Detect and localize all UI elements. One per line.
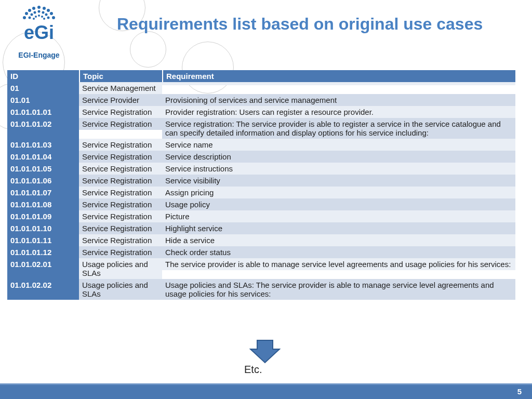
svg-point-19 — [33, 18, 35, 20]
table-row: 01.01.01.08Service RegistrationUsage pol… — [7, 198, 515, 210]
table-row: 01.01.01.12Service RegistrationCheck ord… — [7, 246, 515, 258]
svg-point-18 — [41, 16, 43, 18]
cell-id: 01 — [7, 82, 79, 94]
cell-topic: Service Registration — [79, 175, 162, 187]
cell-id: 01.01.01.04 — [7, 151, 79, 163]
etc-label: Etc. — [244, 364, 262, 376]
cell-topic: Service Provider — [79, 94, 162, 106]
cell-id: 01.01.01.06 — [7, 175, 79, 187]
cell-topic: Usage policies and SLAs — [79, 279, 162, 300]
svg-point-12 — [31, 14, 33, 16]
cell-id: 01.01.01.10 — [7, 222, 79, 234]
cell-req: Service name — [162, 139, 515, 151]
header-topic: Topic — [79, 70, 162, 82]
svg-point-3 — [28, 9, 31, 12]
cell-id: 01.01.01.07 — [7, 187, 79, 198]
svg-point-9 — [38, 10, 41, 13]
egi-logo: eGi EGI-Engage — [5, 0, 73, 59]
cell-req: Picture — [162, 210, 515, 222]
svg-point-15 — [47, 17, 50, 19]
cell-req: Usage policy — [162, 198, 515, 210]
cell-topic: Usage policies and SLAs — [79, 258, 162, 279]
cell-req: Hide a service — [162, 234, 515, 246]
cell-req: Service registration: The service provid… — [162, 118, 515, 139]
cell-req: Service visibility — [162, 175, 515, 187]
table-row: 01.01.01.05Service RegistrationService i… — [7, 163, 515, 175]
cell-req: Usage policies and SLAs: The service pro… — [162, 279, 515, 300]
table-row: 01.01.01.01Service RegistrationProvider … — [7, 106, 515, 118]
header-id: ID — [7, 70, 79, 82]
cell-req — [162, 82, 515, 85]
cell-id: 01.01.01.05 — [7, 163, 79, 175]
cell-id: 01.01.01.01 — [7, 106, 79, 118]
cell-topic: Service Registration — [79, 210, 162, 222]
cell-req: Highlight service — [162, 222, 515, 234]
svg-point-20 — [43, 18, 45, 20]
svg-point-8 — [52, 16, 55, 19]
cell-topic: Service Registration — [79, 118, 162, 130]
table-row: 01.01.01.03Service RegistrationService n… — [7, 139, 515, 151]
table-row: 01.01Service ProviderProvisioning of ser… — [7, 94, 515, 106]
footer-bar: 5 — [0, 383, 532, 399]
requirements-table: ID Topic Requirement 01Service Managemen… — [7, 70, 515, 300]
svg-point-6 — [50, 12, 53, 15]
cell-req: Service instructions — [162, 163, 515, 175]
table-row: 01.01.01.10Service RegistrationHighlight… — [7, 222, 515, 234]
bg-circle — [130, 31, 166, 68]
cell-topic: Service Registration — [79, 139, 162, 151]
svg-marker-22 — [250, 340, 280, 363]
table-row: 01.01.02.01Usage policies and SLAsThe se… — [7, 258, 515, 279]
cell-req: Check order status — [162, 246, 515, 258]
cell-id: 01.01.01.12 — [7, 246, 79, 258]
table-row: 01.01.02.02Usage policies and SLAsUsage … — [7, 279, 515, 300]
table-row: 01.01.01.11Service RegistrationHide a se… — [7, 234, 515, 246]
svg-point-17 — [35, 16, 37, 18]
cell-req: Provisioning of services and service man… — [162, 94, 515, 106]
cell-id: 01.01.01.02 — [7, 118, 79, 139]
cell-topic: Service Registration — [79, 151, 162, 163]
svg-point-2 — [43, 7, 46, 10]
svg-point-10 — [34, 11, 36, 14]
svg-point-16 — [38, 15, 40, 17]
egi-logo-icon: eGi — [8, 0, 70, 52]
cell-topic: Service Registration — [79, 246, 162, 258]
cell-topic: Service Registration — [79, 163, 162, 175]
svg-point-13 — [45, 14, 48, 16]
table-row: 01.01.01.07Service RegistrationAssign pr… — [7, 187, 515, 198]
logo-subtitle: EGI-Engage — [5, 51, 73, 59]
cell-id: 01.01.01.09 — [7, 210, 79, 222]
cell-id: 01.01 — [7, 94, 79, 106]
svg-point-1 — [32, 7, 35, 10]
cell-topic: Service Registration — [79, 198, 162, 210]
cell-topic: Service Registration — [79, 106, 162, 118]
cell-req: Provider registration: Users can registe… — [162, 106, 515, 118]
table-row: 01.01.01.02Service RegistrationService r… — [7, 118, 515, 139]
header-req: Requirement — [162, 70, 515, 82]
svg-point-0 — [37, 6, 41, 9]
cell-id: 01.01.01.11 — [7, 234, 79, 246]
down-arrow-icon — [249, 338, 281, 364]
svg-point-4 — [47, 9, 50, 12]
cell-req: Assign pricing — [162, 187, 515, 198]
table-header-row: ID Topic Requirement — [7, 70, 515, 82]
cell-topic: Service Registration — [79, 234, 162, 246]
table-row: 01.01.01.04Service RegistrationService d… — [7, 151, 515, 163]
page-title: Requirements list based on original use … — [117, 15, 483, 34]
cell-id: 01.01.02.01 — [7, 258, 79, 279]
svg-text:eGi: eGi — [24, 22, 54, 43]
cell-id: 01.01.01.03 — [7, 139, 79, 151]
svg-point-7 — [23, 16, 26, 19]
cell-id: 01.01.02.02 — [7, 279, 79, 300]
cell-req: The service provider is able to manage s… — [162, 258, 515, 270]
cell-req: Service description — [162, 151, 515, 163]
svg-point-5 — [25, 12, 28, 15]
cell-topic: Service Registration — [79, 222, 162, 234]
cell-topic: Service Management — [79, 82, 162, 94]
svg-point-11 — [42, 11, 45, 14]
table-row: 01Service Management — [7, 82, 515, 94]
cell-id: 01.01.01.08 — [7, 198, 79, 210]
table-row: 01.01.01.06Service RegistrationService v… — [7, 175, 515, 187]
cell-topic: Service Registration — [79, 187, 162, 198]
table-row: 01.01.01.09Service RegistrationPicture — [7, 210, 515, 222]
page-number: 5 — [517, 387, 522, 396]
